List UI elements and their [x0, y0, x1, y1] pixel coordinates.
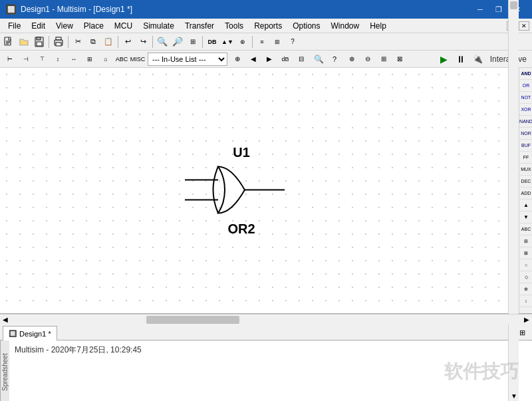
- sidebar-icon-4[interactable]: XOR: [519, 104, 532, 116]
- bottom-panel-wrapper: Spreadsheet Multisim - 2020年7月25日, 10:29…: [0, 340, 532, 401]
- in-use-list-dropdown[interactable]: --- In-Use List ---: [148, 53, 227, 66]
- hscroll-right-arrow[interactable]: ▶: [521, 315, 532, 325]
- misc-btn1[interactable]: ▲▼: [220, 35, 235, 49]
- nav-btn2[interactable]: ◀: [246, 52, 261, 67]
- nav-btn5[interactable]: ⊟: [294, 52, 309, 67]
- misc-btn2[interactable]: ⊕: [235, 35, 250, 49]
- undo-button[interactable]: ↩: [120, 35, 135, 49]
- sidebar-icon-2[interactable]: OR: [519, 80, 532, 92]
- sidebar-icon-17[interactable]: ○: [519, 259, 532, 271]
- paste-button[interactable]: 📋: [101, 35, 116, 49]
- place-btn6[interactable]: ⊞: [82, 52, 97, 67]
- sidebar-icon-7[interactable]: BUF: [519, 140, 532, 152]
- schematic-canvas[interactable]: U1 OR2: [0, 68, 519, 313]
- toolbar-sep-1: [49, 36, 49, 48]
- place-btn5[interactable]: ↔: [66, 52, 81, 67]
- place-btn8[interactable]: ABC: [114, 52, 129, 67]
- copy-button[interactable]: ⧉: [86, 35, 100, 49]
- place-btn7[interactable]: ⌂: [98, 52, 113, 67]
- misc-btn5[interactable]: ?: [285, 35, 300, 49]
- app-icon: 🔲: [5, 4, 17, 15]
- spreadsheet-sidebar-label[interactable]: Spreadsheet: [0, 340, 9, 401]
- menu-simulate[interactable]: Simulate: [138, 19, 180, 33]
- sidebar-icon-11[interactable]: ADD: [519, 188, 532, 200]
- menu-edit[interactable]: Edit: [26, 19, 51, 33]
- place-btn4[interactable]: ↕: [51, 52, 65, 67]
- or-gate-component[interactable]: U1 OR2: [172, 136, 318, 245]
- zoom-btn3[interactable]: ⊞: [376, 52, 391, 67]
- bottom-log-content: Multisim - 2020年7月25日, 10:29:45 软件技巧: [9, 340, 532, 401]
- place-btn9[interactable]: MISC: [130, 52, 145, 67]
- menubar: File Edit View Place MCU Simulate Transf…: [0, 19, 532, 33]
- design1-tab[interactable]: 🔲 Design1 *: [3, 326, 57, 340]
- zoom-btn2[interactable]: ⊖: [360, 52, 375, 67]
- sidebar-icon-3[interactable]: NOT: [519, 92, 532, 104]
- sidebar-icon-15[interactable]: ⊞: [519, 235, 532, 247]
- save-button[interactable]: [32, 35, 47, 49]
- sidebar-icon-10[interactable]: DEC: [519, 176, 532, 188]
- vscroll-thumb[interactable]: [510, 1, 517, 9]
- watermark-text: 软件技巧: [444, 359, 519, 384]
- toolbar-sep-3: [118, 36, 118, 48]
- db-button[interactable]: DB: [205, 35, 219, 49]
- place-btn3[interactable]: ⊤: [35, 52, 49, 67]
- sidebar-icon-8[interactable]: FF: [519, 152, 532, 164]
- hscroll-left-arrow[interactable]: ◀: [0, 315, 11, 325]
- sidebar-icon-9[interactable]: MUX: [519, 164, 532, 176]
- misc-btn3[interactable]: ≡: [255, 35, 269, 49]
- mdi-close-button[interactable]: ✕: [519, 21, 529, 31]
- help-btn2[interactable]: ?: [327, 52, 342, 67]
- menu-transfer[interactable]: Transfer: [180, 19, 219, 33]
- menu-help[interactable]: Help: [364, 19, 392, 33]
- bottom-panel: Spreadsheet Multisim - 2020年7月25日, 10:29…: [0, 340, 532, 401]
- print-button[interactable]: [51, 35, 66, 49]
- nav-btn4[interactable]: dB: [278, 52, 293, 67]
- place-btn1[interactable]: ⊢: [3, 52, 17, 67]
- sidebar-icon-18[interactable]: ◇: [519, 271, 532, 283]
- search-btn[interactable]: 🔍: [311, 52, 326, 67]
- zoom-in-button[interactable]: 🔍: [155, 35, 170, 49]
- toolbar-secondary: ⊢ ⊣ ⊤ ↕ ↔ ⊞ ⌂ ABC MISC --- In-Use List -…: [0, 51, 532, 68]
- svg-rect-9: [56, 37, 61, 40]
- svg-text:OR2: OR2: [227, 221, 255, 235]
- sidebar-icon-6[interactable]: NOR: [519, 128, 532, 140]
- toolbar-sep-6: [252, 36, 253, 48]
- menu-window[interactable]: Window: [326, 19, 365, 33]
- menu-options[interactable]: Options: [287, 19, 325, 33]
- svg-rect-8: [56, 43, 61, 46]
- zoom-out-button[interactable]: 🔎: [170, 35, 185, 49]
- sidebar-icon-14[interactable]: ABC: [519, 223, 532, 235]
- menu-tools[interactable]: Tools: [219, 19, 249, 33]
- restore-button[interactable]: ❐: [489, 0, 508, 19]
- hscroll-thumb[interactable]: [146, 316, 239, 324]
- minimize-button[interactable]: ─: [471, 0, 489, 19]
- sidebar-icon-13[interactable]: ▼: [519, 211, 532, 223]
- canvas-with-vscroll: U1 OR2 ▲: [0, 68, 519, 313]
- menu-place[interactable]: Place: [78, 19, 109, 33]
- menu-view[interactable]: View: [51, 19, 78, 33]
- sidebar-icon-16[interactable]: ⊠: [519, 247, 532, 259]
- zoom-btn1[interactable]: ⊕: [344, 52, 359, 67]
- misc-btn4[interactable]: ⊞: [270, 35, 285, 49]
- design-tab-icon: 🔲: [9, 330, 17, 337]
- sidebar-icon-12[interactable]: ▲: [519, 200, 532, 211]
- sidebar-icon-19[interactable]: ⊕: [519, 283, 532, 295]
- new-button[interactable]: [1, 35, 16, 49]
- menu-reports[interactable]: Reports: [249, 19, 287, 33]
- open-button[interactable]: [17, 35, 31, 49]
- place-btn2[interactable]: ⊣: [19, 52, 33, 67]
- zoom-fit-button[interactable]: ⊞: [186, 35, 200, 49]
- sim-run-button[interactable]: ▶: [437, 52, 452, 67]
- redo-button[interactable]: ↪: [136, 35, 150, 49]
- zoom-btn4[interactable]: ⊠: [392, 52, 407, 67]
- sidebar-icon-1[interactable]: AND: [519, 68, 532, 80]
- menu-mcu[interactable]: MCU: [109, 19, 138, 33]
- menu-file[interactable]: File: [3, 19, 26, 33]
- nav-btn3[interactable]: ▶: [262, 52, 277, 67]
- sim-pause-button[interactable]: ⏸: [454, 52, 468, 67]
- svg-text:U1: U1: [233, 144, 250, 159]
- sidebar-icon-20[interactable]: ↕: [519, 295, 532, 307]
- sidebar-icon-5[interactable]: NAND: [519, 116, 532, 128]
- nav-btn1[interactable]: ⊕: [230, 52, 245, 67]
- cut-button[interactable]: ✂: [70, 35, 85, 49]
